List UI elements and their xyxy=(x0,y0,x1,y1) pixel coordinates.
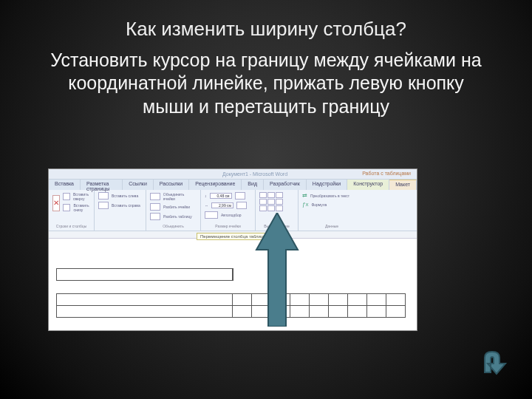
grid-icon xyxy=(63,193,70,200)
tab-review[interactable]: Рецензирование xyxy=(189,180,242,190)
formula-icon: ƒx xyxy=(302,201,308,208)
tab-view[interactable]: Вид xyxy=(242,180,264,190)
autofit[interactable]: Автоподбор xyxy=(221,213,242,217)
group-merge: Объединить ячейки Разбить ячейки Разбить… xyxy=(146,190,201,231)
height-box[interactable]: 0,48 см xyxy=(210,193,232,199)
tab-layout[interactable]: Макет xyxy=(389,180,417,190)
ribbon-body: ✕ Вставить сверху Вставить снизу Строки … xyxy=(49,190,417,231)
slide: Как изменить ширину столбца? Установить … xyxy=(0,0,532,399)
group-rows-cols: ✕ Вставить сверху Вставить снизу Строки … xyxy=(49,190,95,231)
width-box[interactable]: 2,99 см xyxy=(211,202,233,208)
group-label-merge: Объединить xyxy=(150,224,197,228)
align-mc[interactable] xyxy=(267,199,275,205)
convert-icon: ⇄ xyxy=(302,192,307,199)
grid-icon xyxy=(63,204,70,211)
dist-cols-icon[interactable] xyxy=(236,202,247,209)
align-tc[interactable] xyxy=(267,192,275,198)
tab-insert[interactable]: Вставка xyxy=(49,180,81,190)
align-br[interactable] xyxy=(276,205,283,211)
group-insert-lr: Вставить слева Вставить справа xyxy=(95,190,146,231)
group-data: ⇄Преобразовать в текст ƒxФормула Данные xyxy=(299,190,365,231)
table-bottom[interactable] xyxy=(56,293,406,318)
group-label-align: Выравнивание xyxy=(259,224,294,228)
align-tr[interactable] xyxy=(276,192,283,198)
ribbon-tabs: Вставка Разметка страницы Ссылки Рассылк… xyxy=(49,180,417,190)
group-label-data: Данные xyxy=(302,224,361,228)
u-turn-icon[interactable] xyxy=(474,347,510,377)
word-screenshot: Документ1 - Microsoft Word Работа с табл… xyxy=(48,168,417,331)
insert-left[interactable]: Вставить слева xyxy=(112,194,138,198)
merge-icon xyxy=(150,193,160,200)
align-mr[interactable] xyxy=(276,199,283,205)
autofit-icon[interactable] xyxy=(205,211,218,219)
group-alignment: Выравнивание xyxy=(256,190,299,231)
align-bl[interactable] xyxy=(259,205,267,211)
slide-title: Как изменить ширину столбца? xyxy=(0,18,532,41)
align-bc[interactable] xyxy=(267,205,275,211)
word-context-title: Работа с таблицами xyxy=(362,171,411,176)
tab-design[interactable]: Конструктор xyxy=(347,180,389,190)
group-label-size: Размер ячейки xyxy=(205,224,251,228)
tab-developer[interactable]: Разработчик xyxy=(264,180,307,190)
group-cell-size: ↕0,48 см ↔2,99 см Автоподбор Размер ячей… xyxy=(201,190,256,231)
slide-body-text: Установить курсор на границу между ячейк… xyxy=(44,49,488,118)
word-titlebar: Документ1 - Microsoft Word Работа с табл… xyxy=(49,169,417,180)
tab-references[interactable]: Ссылки xyxy=(123,180,154,190)
merge-cells[interactable]: Объединить ячейки xyxy=(163,192,197,201)
delete-button[interactable]: ✕ xyxy=(52,195,60,211)
insert-right[interactable]: Вставить справа xyxy=(112,203,140,208)
split-table[interactable]: Разбить таблицу xyxy=(163,214,192,219)
dist-rows-icon[interactable] xyxy=(235,192,245,200)
tab-mailings[interactable]: Рассылки xyxy=(154,180,189,190)
insert-above[interactable]: Вставить сверху xyxy=(73,192,92,201)
split-table-icon xyxy=(150,213,160,220)
document-area: Перемещение столбца таблицы xyxy=(49,231,417,331)
align-tl[interactable] xyxy=(259,192,267,198)
group-label-rows: Строки и столбцы xyxy=(52,224,90,228)
word-title: Документ1 - Microsoft Word xyxy=(222,171,287,177)
insert-below[interactable]: Вставить снизу xyxy=(73,203,92,212)
grid-icon xyxy=(98,192,109,200)
convert-to-text[interactable]: Преобразовать в текст xyxy=(310,194,349,198)
split-cells[interactable]: Разбить ячейки xyxy=(163,205,190,209)
formula[interactable]: Формула xyxy=(311,202,327,207)
table-top[interactable] xyxy=(56,268,233,281)
drag-tooltip: Перемещение столбца таблицы xyxy=(197,233,270,240)
tab-addins[interactable]: Надстройки xyxy=(307,180,347,190)
tab-page-layout[interactable]: Разметка страницы xyxy=(81,180,123,190)
align-ml[interactable] xyxy=(259,199,267,205)
grid-icon xyxy=(98,202,109,209)
split-icon xyxy=(150,203,160,211)
